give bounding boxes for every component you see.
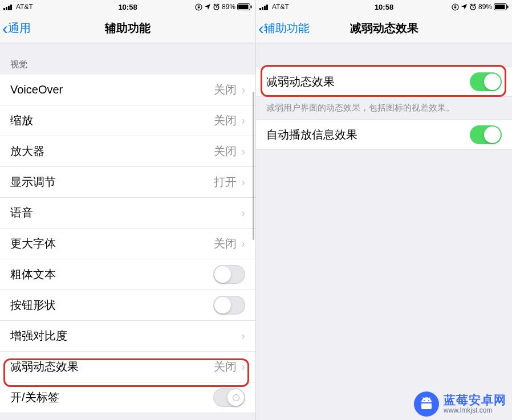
svg-rect-19 [454,6,456,8]
onoff-labels-toggle[interactable] [213,388,245,407]
carrier-label: AT&T [16,3,33,11]
row-label: VoiceOver [10,83,63,96]
status-bar: AT&T 10:58 89% [0,0,255,14]
row-reduce-motion-toggle[interactable]: 减弱动态效果 [256,66,512,97]
chevron-left-icon: ‹ [2,20,8,37]
content-scroll[interactable]: 视觉 VoiceOver 关闭 › 缩放 关闭 › 放大器 关闭 › 显示调节 [0,43,255,420]
signal-icon [3,3,14,10]
row-label: 语音 [10,205,33,221]
chevron-right-icon: › [241,114,245,127]
row-magnifier[interactable]: 放大器 关闭 › [0,136,255,167]
bold-text-toggle[interactable] [213,265,245,284]
nav-title: 辅助功能 [105,21,151,36]
status-time: 10:58 [375,3,393,11]
battery-percent: 89% [478,3,492,11]
back-label: 辅助功能 [264,21,310,36]
nav-bar: ‹ 辅助功能 减弱动态效果 [256,14,512,43]
svg-rect-14 [259,8,261,10]
row-increase-contrast[interactable]: 增强对比度 › [0,321,255,352]
svg-rect-15 [262,7,263,10]
chevron-left-icon: ‹ [258,20,264,37]
svg-rect-5 [198,6,200,8]
battery-percent: 89% [222,3,235,11]
chevron-right-icon: › [241,329,245,342]
chevron-right-icon: › [241,206,245,219]
row-bold-text[interactable]: 粗体文本 [0,259,255,290]
row-label: 放大器 [10,144,44,159]
svg-rect-26 [495,5,505,9]
reduce-motion-screen: AT&T 10:58 89% ‹ 辅助功能 减弱动态效果 减弱动态效果 减弱用户… [256,0,512,420]
chevron-right-icon: › [241,83,245,96]
row-voiceover[interactable]: VoiceOver 关闭 › [0,75,255,105]
row-onoff-labels[interactable]: 开/关标签 [0,382,255,413]
location-icon [461,3,468,10]
alarm-icon [213,3,220,11]
nav-title: 减弱动态效果 [350,21,418,36]
chevron-right-icon: › [241,360,245,373]
svg-rect-16 [264,6,266,10]
back-button[interactable]: ‹ 通用 [0,20,31,37]
row-reduce-motion[interactable]: 减弱动态效果 关闭 › [0,352,255,382]
watermark-url: www.lmkjst.com [444,407,506,415]
section-header-vision: 视觉 [0,43,255,75]
chevron-right-icon: › [241,176,245,189]
watermark: 蓝莓安卓网 www.lmkjst.com [414,392,506,417]
lock-rotation-icon [195,3,202,11]
battery-icon [237,3,252,10]
status-bar: AT&T 10:58 89% [256,0,512,14]
status-time: 10:58 [118,3,137,11]
location-icon [204,3,211,10]
nav-bar: ‹ 通用 辅助功能 [0,14,255,43]
row-label: 减弱动态效果 [10,359,79,374]
row-button-shapes[interactable]: 按钮形状 [0,290,255,321]
svg-point-29 [428,400,429,401]
svg-point-28 [424,400,425,401]
row-value: 关闭 [214,82,237,97]
svg-rect-3 [10,5,12,10]
row-zoom[interactable]: 缩放 关闭 › [0,105,255,136]
row-value: 打开 [214,174,237,190]
svg-rect-13 [251,6,252,9]
button-shapes-toggle[interactable] [213,296,245,315]
row-label: 增强对比度 [10,328,67,344]
row-label: 粗体文本 [10,267,56,282]
svg-line-10 [218,4,219,5]
row-value: 关闭 [214,236,237,251]
scroll-indicator [253,92,254,240]
watermark-logo-icon [414,392,439,417]
row-label: 更大字体 [10,236,56,251]
watermark-title: 蓝莓安卓网 [444,393,506,407]
back-button[interactable]: ‹ 辅助功能 [256,20,310,37]
row-label: 减弱动态效果 [266,74,335,89]
battery-icon [494,3,509,10]
svg-rect-27 [507,6,509,9]
svg-line-9 [214,4,215,5]
reduce-motion-footer: 减弱用户界面的动态效果，包括图标的视差效果。 [256,97,512,119]
reduce-motion-toggle[interactable] [470,72,502,91]
back-label: 通用 [8,21,31,36]
svg-rect-12 [238,5,249,9]
row-display-accommodations[interactable]: 显示调节 打开 › [0,167,255,198]
svg-line-24 [474,4,476,5]
row-larger-text[interactable]: 更大字体 关闭 › [0,229,255,259]
signal-icon [259,3,270,10]
row-autoplay-messages[interactable]: 自动播放信息效果 [256,119,512,150]
row-label: 显示调节 [10,174,56,190]
content-scroll[interactable]: 减弱动态效果 减弱用户界面的动态效果，包括图标的视差效果。 自动播放信息效果 [256,43,512,420]
row-label: 按钮形状 [10,297,56,313]
row-label: 缩放 [10,113,33,128]
svg-line-23 [470,4,472,5]
row-value: 关闭 [214,359,237,374]
row-value: 关闭 [214,113,237,128]
svg-rect-0 [3,8,5,10]
lock-rotation-icon [452,3,459,11]
carrier-label: AT&T [272,3,289,11]
chevron-right-icon: › [241,145,245,158]
alarm-icon [469,3,477,11]
svg-rect-1 [6,7,7,10]
row-label: 开/关标签 [10,390,59,405]
accessibility-screen: AT&T 10:58 89% ‹ 通用 辅助功能 视觉 VoiceOver 关闭… [0,0,256,420]
svg-rect-2 [8,6,10,10]
autoplay-toggle[interactable] [470,125,502,144]
row-speech[interactable]: 语音 › [0,198,255,229]
